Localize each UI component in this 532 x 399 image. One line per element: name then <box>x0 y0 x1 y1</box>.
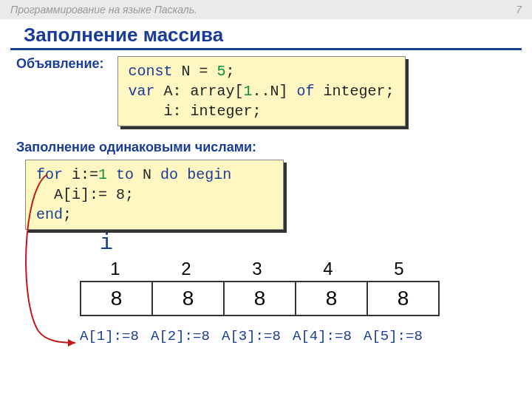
cell-3: 8 <box>223 281 296 316</box>
code-line-1: const N = 5; <box>129 61 395 81</box>
assign-row: A[1]:=8 A[2]:=8 A[3]:=8 A[4]:=8 A[5]:=8 <box>80 328 440 344</box>
declaration-code: const N = 5; var A: array[1..N] of integ… <box>117 56 406 126</box>
cell-5: 8 <box>366 281 440 316</box>
assign-2: A[2]:=8 <box>151 328 222 344</box>
cells-row: 8 8 8 8 8 <box>80 281 440 316</box>
declaration-label: Объявление: <box>16 56 104 72</box>
page-number: 7 <box>516 4 522 16</box>
cell-4: 8 <box>295 281 368 316</box>
assign-5: A[5]:=8 <box>364 328 434 344</box>
fill-line-1: for i:=1 to N do begin <box>36 165 273 185</box>
cell-1: 8 <box>80 281 153 316</box>
fill-label: Заполнение одинаковыми числами: <box>16 140 532 155</box>
index-5: 5 <box>364 259 434 279</box>
array-diagram: 1 2 3 4 5 8 8 8 8 8 A[1]:=8 A[2]:=8 A[3]… <box>80 259 440 344</box>
fill-code: for i:=1 to N do begin A[i]:= 8; end; <box>25 160 284 230</box>
slide-title: Заполнение массива <box>10 19 522 50</box>
svg-marker-0 <box>68 339 75 347</box>
course-name: Программирование на языке Паскаль. <box>10 4 197 16</box>
code-line-2: var A: array[1..N] of integer; <box>129 81 395 101</box>
index-4: 4 <box>293 259 364 279</box>
assign-4: A[4]:=8 <box>293 328 364 344</box>
index-3: 3 <box>222 259 293 279</box>
code-line-3: i: integer; <box>129 101 395 121</box>
cell-2: 8 <box>151 281 225 316</box>
i-variable-label: i <box>100 231 113 256</box>
header-bar: Программирование на языке Паскаль. 7 <box>0 0 532 19</box>
fill-line-3: end; <box>36 205 273 225</box>
assign-3: A[3]:=8 <box>222 328 293 344</box>
fill-line-2: A[i]:= 8; <box>36 185 273 205</box>
index-row: 1 2 3 4 5 <box>80 259 440 279</box>
assign-1: A[1]:=8 <box>80 328 151 344</box>
index-1: 1 <box>80 259 151 279</box>
index-2: 2 <box>151 259 222 279</box>
